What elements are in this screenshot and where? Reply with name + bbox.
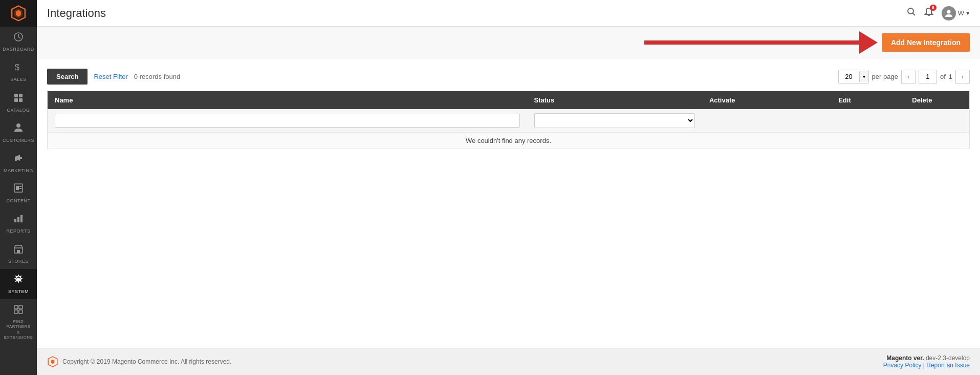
add-new-integration-button[interactable]: Add New Integration [882, 33, 970, 52]
arrow-head [859, 31, 878, 54]
sidebar-item-sales[interactable]: $ SALES [0, 57, 37, 87]
sidebar-item-label: SYSTEM [8, 289, 29, 295]
sales-icon: $ [13, 62, 24, 75]
catalog-icon [13, 92, 24, 106]
footer-version: Magento ver. dev-2.3-develop [883, 355, 970, 362]
top-header: Integrations 6 [37, 0, 980, 27]
svg-rect-12 [20, 157, 22, 159]
per-page-input[interactable]: 20 [839, 70, 859, 83]
user-avatar [942, 6, 956, 20]
user-menu[interactable]: W ▾ [942, 6, 970, 20]
stores-icon [13, 244, 24, 257]
svg-rect-18 [14, 219, 16, 222]
svg-rect-25 [19, 305, 23, 309]
filter-status-cell: Active Inactive [527, 109, 702, 133]
footer-logo [47, 356, 58, 367]
footer-separator: | [923, 362, 925, 369]
page-number-input[interactable]: 1 [919, 70, 937, 84]
arrow-line [644, 40, 859, 45]
sidebar-item-stores[interactable]: STORES [0, 239, 37, 269]
notification-badge: 6 [930, 5, 937, 11]
filter-status-select[interactable]: Active Inactive [534, 113, 695, 128]
svg-rect-16 [19, 186, 21, 187]
sidebar-item-label: FIND PARTNERS& EXTENSIONS [2, 319, 35, 341]
page-title: Integrations [47, 7, 106, 20]
sidebar-item-extensions[interactable]: FIND PARTNERS& EXTENSIONS [0, 299, 37, 345]
dashboard-icon [13, 32, 24, 45]
svg-rect-20 [20, 215, 23, 222]
pagination: 20 ▾ per page ‹ 1 of 1 › [838, 70, 970, 84]
table-header-row: Name Status Activate Edit Delete [48, 91, 970, 110]
header-actions: 6 W ▾ [907, 6, 970, 20]
main-content: Integrations 6 [37, 0, 980, 375]
sidebar-item-customers[interactable]: CUSTOMERS [0, 117, 37, 148]
svg-line-5 [18, 37, 20, 38]
page-of-label: of [940, 73, 946, 80]
filter-delete-cell [905, 109, 969, 133]
footer-links: Privacy Policy | Report an Issue [883, 362, 970, 369]
sidebar: DASHBOARD $ SALES CATALOG CUSTOME [0, 0, 37, 375]
svg-point-28 [908, 8, 913, 14]
customers-icon [13, 122, 24, 136]
user-dropdown-arrow: ▾ [966, 9, 970, 17]
next-page-button[interactable]: › [955, 70, 970, 84]
sidebar-item-label: REPORTS [7, 228, 31, 235]
column-delete: Delete [905, 91, 969, 110]
svg-text:$: $ [15, 63, 19, 72]
filter-name-cell [48, 109, 527, 133]
search-button[interactable]: Search [47, 69, 88, 85]
svg-rect-27 [19, 310, 23, 314]
svg-rect-26 [14, 310, 18, 314]
footer: Copyright © 2019 Magento Commerce Inc. A… [37, 348, 980, 375]
privacy-policy-link[interactable]: Privacy Policy [883, 362, 922, 369]
column-status: Status [527, 91, 702, 110]
svg-rect-9 [14, 98, 18, 102]
svg-point-30 [947, 10, 950, 13]
reports-icon [13, 213, 24, 226]
svg-rect-13 [15, 159, 17, 161]
action-bar: Add New Integration [37, 27, 980, 58]
report-issue-link[interactable]: Report an Issue [926, 362, 970, 369]
sidebar-item-catalog[interactable]: CATALOG [0, 87, 37, 117]
integrations-table: Name Status Activate Edit Delete Active [47, 91, 970, 149]
search-icon-btn[interactable] [907, 7, 916, 19]
filter-activate-cell [702, 109, 831, 133]
marketing-icon [13, 153, 24, 166]
table-filter-row: Active Inactive [48, 109, 970, 133]
svg-rect-7 [14, 94, 18, 97]
per-page-dropdown-arrow[interactable]: ▾ [859, 71, 868, 82]
prev-page-button[interactable]: ‹ [901, 70, 916, 84]
reset-filter-link[interactable]: Reset Filter [94, 73, 127, 80]
per-page-select[interactable]: 20 ▾ [838, 70, 869, 84]
extensions-icon [13, 304, 24, 318]
sidebar-logo[interactable] [0, 0, 37, 27]
svg-rect-15 [16, 186, 19, 190]
sidebar-item-content[interactable]: CONTENT [0, 178, 37, 208]
notifications-icon[interactable]: 6 [924, 7, 933, 19]
column-activate: Activate [702, 91, 831, 110]
svg-rect-10 [19, 98, 23, 102]
svg-rect-22 [17, 250, 20, 253]
user-label: W [958, 9, 964, 17]
filter-name-input[interactable] [55, 114, 520, 128]
records-count: 0 records found [134, 73, 180, 80]
table-empty-row: We couldn't find any records. [48, 133, 970, 149]
footer-right: Magento ver. dev-2.3-develop Privacy Pol… [883, 355, 970, 369]
svg-rect-8 [19, 94, 23, 97]
filter-bar: Search Reset Filter 0 records found 20 ▾… [47, 69, 970, 85]
svg-marker-32 [51, 360, 55, 364]
sidebar-item-reports[interactable]: REPORTS [0, 208, 37, 238]
column-name: Name [48, 91, 527, 110]
sidebar-item-label: STORES [8, 259, 29, 265]
sidebar-item-label: DASHBOARD [3, 47, 34, 53]
sidebar-item-dashboard[interactable]: DASHBOARD [0, 27, 37, 57]
sidebar-item-marketing[interactable]: MARKETING [0, 148, 37, 178]
sidebar-item-system[interactable]: SYSTEM [0, 269, 37, 299]
per-page-label: per page [872, 73, 898, 80]
svg-rect-19 [17, 217, 19, 222]
sidebar-item-label: SALES [10, 77, 27, 83]
footer-copyright: Copyright © 2019 Magento Commerce Inc. A… [62, 358, 231, 365]
filter-edit-cell [831, 109, 905, 133]
annotation-arrow [37, 27, 878, 58]
sidebar-item-label: CONTENT [7, 198, 31, 204]
